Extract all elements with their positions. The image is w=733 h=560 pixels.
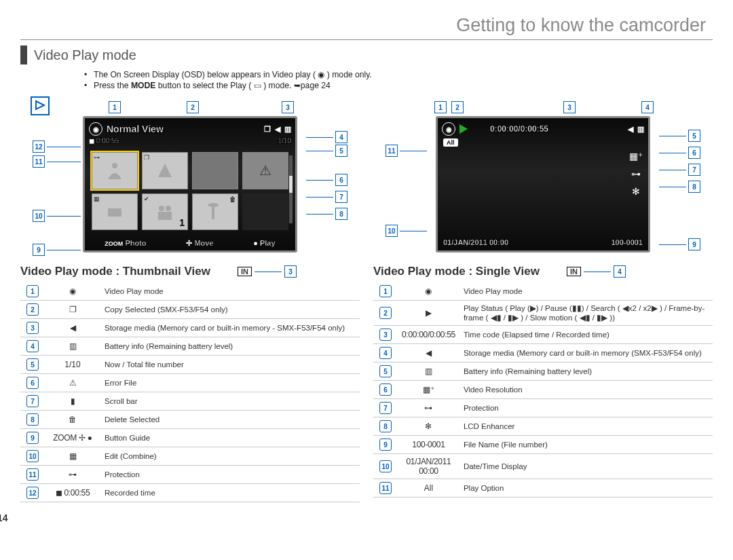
legend-icon: ◀ xyxy=(398,344,459,362)
thumbnail-view-column: 1 2 3 4 5 6 7 8 12 11 10 9 ◉ Normal View xyxy=(20,96,360,502)
legend-number: 7 xyxy=(26,395,39,407)
thumbnail-subtitle-row: Video Play mode : Thumbnail View IN 3 xyxy=(20,265,360,278)
single-subtitle-row: Video Play mode : Single View IN 4 xyxy=(373,265,713,278)
left-left-callout-10: 10 xyxy=(33,210,45,222)
legend-number: 12 xyxy=(26,487,39,499)
legend-number: 8 xyxy=(26,413,39,426)
legend-icon: ▶ xyxy=(398,301,459,326)
legend-icon: ◼ 0:00:55 xyxy=(45,484,100,502)
section-bar xyxy=(20,45,27,64)
table-row: 11AllPlay Option xyxy=(373,479,713,498)
thumb-3 xyxy=(192,152,238,189)
right-top-callout-1: 1 xyxy=(434,101,447,113)
legend-number: 1 xyxy=(379,285,392,297)
play-option-all: All xyxy=(443,138,458,147)
legend-number: 8 xyxy=(379,420,392,432)
table-row: 30:00:00/0:00:55Time code (Elapsed time … xyxy=(373,326,713,344)
svg-rect-3 xyxy=(108,208,121,217)
legend-icon: ▦ xyxy=(45,447,100,466)
legend-icon: 01/JAN/2011 00:00 xyxy=(398,454,459,479)
single-view-title: Video Play mode : Single View xyxy=(373,265,540,278)
right-icon-stack: ▦⁺ ⊶ ✻ xyxy=(629,151,643,197)
bullet2c: button to select the Play ( xyxy=(158,81,252,90)
legend-icon: ◀ xyxy=(45,319,100,337)
legend-icon: 0:00:00/0:00:55 xyxy=(398,326,459,344)
resolution-icon: ▦⁺ xyxy=(629,151,643,162)
combine-icon: ▦ xyxy=(94,195,100,202)
zoom-label: ZOOM xyxy=(105,240,123,247)
legend-description: Battery info (Remaining battery level) xyxy=(100,337,360,356)
legend-number: 4 xyxy=(379,347,392,359)
svg-rect-7 xyxy=(212,207,214,219)
legend-number: 2 xyxy=(379,307,392,319)
file-count: 1/10 xyxy=(278,137,291,145)
storage-IN-badge: IN xyxy=(238,267,252,276)
table-row: 4▥Battery info (Remaining battery level) xyxy=(20,337,360,356)
table-row: 5▥Battery info (Remaining battery level) xyxy=(373,362,713,381)
warning-icon: ⚠ xyxy=(259,162,271,179)
legend-icon: ⊶ xyxy=(45,466,100,484)
right-right-callout-7: 7 xyxy=(688,164,700,176)
scrollbar xyxy=(289,155,293,223)
play-rect-icon: ▭ xyxy=(254,81,261,90)
normal-view-label: Normal View xyxy=(107,124,164,134)
play-status-icon xyxy=(459,124,468,134)
bullet2a: Press the xyxy=(94,81,131,90)
left-left-callout-12: 12 xyxy=(33,141,45,153)
table-row: 10▦Edit (Combine) xyxy=(20,447,360,466)
legend-description: Button Guide xyxy=(100,429,360,447)
video-play-mode-icon-2: ◉ xyxy=(442,122,455,136)
storage-icon: ◀ xyxy=(275,125,280,134)
legend-description: Delete Selected xyxy=(100,411,360,429)
legend-description: Protection xyxy=(459,399,713,417)
legend-icon: ▦⁺ xyxy=(398,381,459,399)
legend-icon: ▮ xyxy=(45,392,100,411)
left-top-callout-1: 1 xyxy=(109,101,121,113)
legend-number: 1 xyxy=(26,285,39,297)
svg-marker-2 xyxy=(158,164,172,177)
bullet1a: The On Screen Display (OSD) below appear… xyxy=(94,70,316,79)
video-play-mode-icon: ◉ xyxy=(89,122,102,136)
trash-icon: 🗑 xyxy=(229,195,236,203)
svg-point-5 xyxy=(166,206,171,211)
battery-icon: ▥ xyxy=(284,125,291,134)
legend-number: 6 xyxy=(379,384,392,396)
table-row: 7▮Scroll bar xyxy=(20,392,360,411)
thumbnail-view-title: Video Play mode : Thumbnail View xyxy=(20,265,210,278)
table-row: 3◀Storage media (Memory card or built-in… xyxy=(20,319,360,337)
left-right-callout-6: 6 xyxy=(335,174,347,186)
legend-number: 10 xyxy=(26,450,39,462)
legend-number: 4 xyxy=(26,340,39,352)
legend-number: 6 xyxy=(26,377,39,389)
thumb-4-error: ⚠ xyxy=(242,152,288,189)
legend-icon: 🗑 xyxy=(45,411,100,429)
table-row: 9ZOOM ✢ ●Button Guide xyxy=(20,429,360,447)
left-left-callout-11: 11 xyxy=(33,155,45,168)
legend-description: Play Option xyxy=(459,479,713,498)
right-left-callout-11: 11 xyxy=(386,145,398,157)
legend-icon: ⚠ xyxy=(45,374,100,392)
thumbnail-grid: ⊶ ❐ ⚠ ▦ ✔1 🗑 xyxy=(92,152,288,230)
legend-description: Storage media (Memory card or built-in m… xyxy=(459,344,713,362)
copy-icon: ❐ xyxy=(264,125,271,134)
info-bullets: The On Screen Display (OSD) below appear… xyxy=(67,70,713,90)
date-time-display: 01/JAN/2011 00:00 xyxy=(443,238,508,246)
right-bot-callout-9: 9 xyxy=(688,238,700,250)
left-right-callout-5: 5 xyxy=(335,145,347,157)
recorded-time: 0:00:55 xyxy=(96,137,119,145)
left-left-callout-9: 9 xyxy=(33,244,45,256)
left-right-callout-4: 4 xyxy=(335,131,347,143)
legend-icon: ✻ xyxy=(398,417,459,436)
legend-description: Battery info (Remaining battery level) xyxy=(459,362,713,381)
move-label: Move xyxy=(194,239,213,247)
right-right-callout-5: 5 xyxy=(688,130,700,142)
legend-description: Storage media (Memory card or built-in m… xyxy=(100,319,360,337)
table-row: 8🗑Delete Selected xyxy=(20,411,360,429)
legend-icon: ▥ xyxy=(398,362,459,381)
table-row: 9100-0001File Name (File number) xyxy=(373,436,713,454)
legend-number: 9 xyxy=(26,432,39,444)
table-row: 2❐Copy Selected (SMX-F53/F54 only) xyxy=(20,301,360,319)
right-top-callout-2: 2 xyxy=(451,101,464,113)
battery-icon-2: ▥ xyxy=(637,125,644,134)
thumbnail-legend-table: 1◉Video Play mode2❐Copy Selected (SMX-F5… xyxy=(20,282,360,502)
